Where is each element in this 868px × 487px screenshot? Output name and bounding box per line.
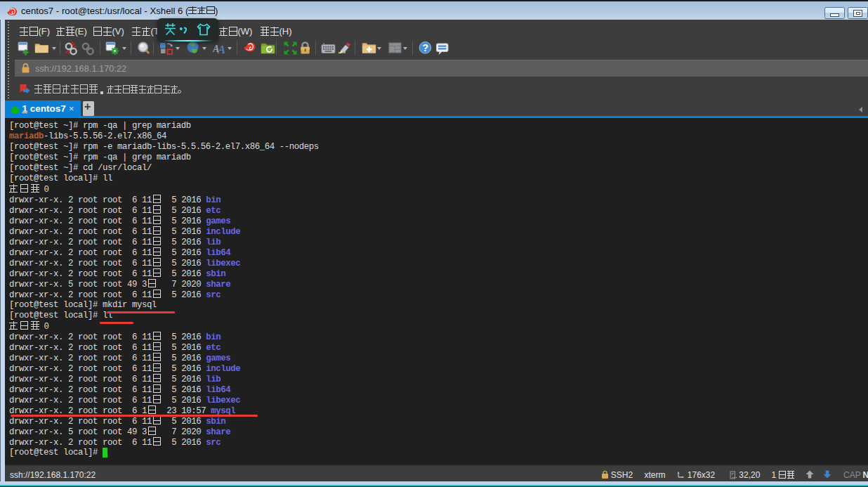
svg-text:?: ? <box>422 42 428 53</box>
svg-text:A: A <box>217 43 225 56</box>
